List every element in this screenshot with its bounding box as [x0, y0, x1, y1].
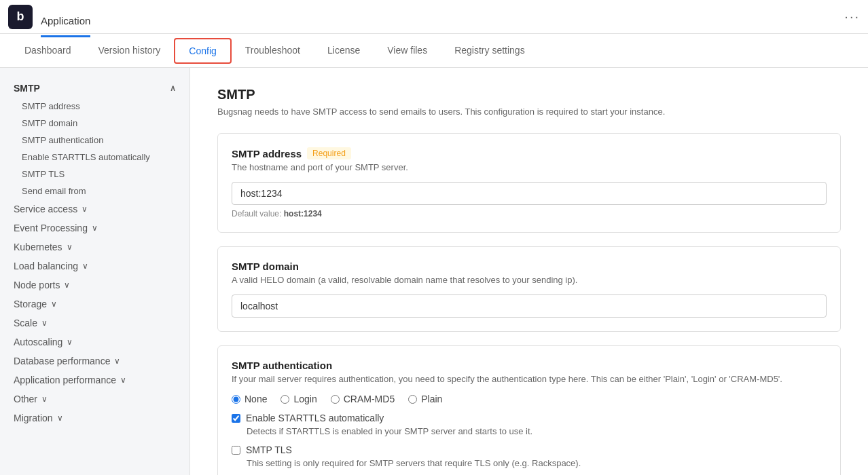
sidebar-section-node-ports[interactable]: Node ports ∨	[0, 276, 189, 294]
sidebar-section-other[interactable]: Other ∨	[0, 390, 189, 408]
smtp-tls-checkbox[interactable]	[232, 446, 240, 455]
smtp-auth-radio-group: None Login CRAM-MD5 Plain	[232, 394, 827, 404]
tab-dashboard[interactable]: Dashboard	[11, 34, 85, 68]
app-title: Application	[41, 6, 90, 37]
sidebar-section-migration[interactable]: Migration ∨	[0, 408, 189, 428]
smtp-address-title: SMTP address Required	[232, 147, 827, 159]
smtp-authentication-desc: If your mail server requires authenticat…	[232, 374, 827, 384]
sidebar: SMTP ∧ SMTP address SMTP domain SMTP aut…	[0, 68, 190, 475]
content-area: SMTP Bugsnag needs to have SMTP access t…	[190, 68, 868, 475]
smtp-items: SMTP address SMTP domain SMTP authentica…	[0, 98, 189, 200]
other-chevron-icon: ∨	[41, 394, 48, 404]
sidebar-section-service-access[interactable]: Service access ∨	[0, 200, 189, 218]
top-bar: b Application ···	[0, 0, 868, 34]
node-ports-chevron-icon: ∨	[64, 280, 70, 290]
tab-version-history[interactable]: Version history	[85, 34, 175, 68]
storage-chevron-icon: ∨	[51, 299, 57, 309]
smtp-tls-option[interactable]: SMTP TLS	[232, 444, 827, 455]
smtp-authentication-title: SMTP authentication	[232, 360, 827, 371]
application-performance-chevron-icon: ∨	[120, 375, 126, 385]
database-performance-chevron-icon: ∨	[114, 356, 120, 366]
radio-cram-md5-input[interactable]	[331, 395, 340, 404]
app-logo: b	[8, 5, 33, 29]
smtp-tls-desc: This setting is only required for SMTP s…	[247, 458, 827, 468]
sidebar-item-send-email-from[interactable]: Send email from	[0, 183, 189, 200]
service-access-chevron-icon: ∨	[82, 204, 88, 214]
section-desc: Bugsnag needs to have SMTP access to sen…	[217, 107, 841, 117]
tab-troubleshoot[interactable]: Troubleshoot	[232, 34, 314, 68]
smtp-address-desc: The hostname and port of your SMTP serve…	[232, 162, 827, 172]
enable-starttls-desc: Detects if STARTTLS is enabled in your S…	[247, 426, 827, 436]
smtp-authentication-card: SMTP authentication If your mail server …	[217, 345, 841, 475]
sidebar-item-smtp-domain[interactable]: SMTP domain	[0, 115, 189, 132]
tab-license[interactable]: License	[314, 34, 374, 68]
sidebar-item-smtp-tls[interactable]: SMTP TLS	[0, 166, 189, 183]
sidebar-section-database-performance[interactable]: Database performance ∨	[0, 352, 189, 370]
sidebar-section-smtp[interactable]: SMTP ∧	[0, 79, 189, 98]
radio-none-input[interactable]	[232, 395, 240, 404]
required-badge: Required	[307, 147, 351, 159]
smtp-tls-group: SMTP TLS This setting is only required f…	[232, 444, 827, 468]
sidebar-section-autoscaling[interactable]: Autoscaling ∨	[0, 332, 189, 352]
tab-view-files[interactable]: View files	[374, 34, 441, 68]
sidebar-section-load-balancing[interactable]: Load balancing ∨	[0, 256, 189, 276]
more-options-button[interactable]: ···	[844, 9, 860, 24]
scale-chevron-icon: ∨	[41, 318, 48, 328]
enable-starttls-option[interactable]: Enable STARTTLS automatically	[232, 413, 827, 423]
sidebar-item-enable-starttls[interactable]: Enable STARTTLS automatically	[0, 149, 189, 166]
main-layout: SMTP ∧ SMTP address SMTP domain SMTP aut…	[0, 68, 868, 475]
sidebar-section-event-processing[interactable]: Event Processing ∨	[0, 218, 189, 238]
radio-plain-input[interactable]	[408, 395, 417, 404]
radio-none[interactable]: None	[232, 394, 267, 404]
smtp-domain-input[interactable]	[232, 294, 827, 318]
smtp-domain-desc: A valid HELO domain (a valid, resolvable…	[232, 275, 827, 285]
tab-registry-settings[interactable]: Registry settings	[441, 34, 538, 68]
radio-cram-md5[interactable]: CRAM-MD5	[331, 394, 395, 404]
smtp-chevron-icon: ∧	[170, 83, 176, 93]
autoscaling-chevron-icon: ∨	[67, 337, 73, 347]
radio-login[interactable]: Login	[281, 394, 317, 404]
radio-plain[interactable]: Plain	[408, 394, 442, 404]
smtp-address-card: SMTP address Required The hostname and p…	[217, 133, 841, 233]
load-balancing-chevron-icon: ∨	[82, 261, 88, 271]
sidebar-section-application-performance[interactable]: Application performance ∨	[0, 370, 189, 390]
smtp-address-input[interactable]	[232, 182, 827, 205]
sidebar-section-storage[interactable]: Storage ∨	[0, 294, 189, 314]
smtp-domain-card: SMTP domain A valid HELO domain (a valid…	[217, 246, 841, 332]
nav-tabs: Dashboard Version history Config Trouble…	[0, 34, 868, 68]
migration-chevron-icon: ∨	[57, 413, 63, 423]
section-title: SMTP	[217, 87, 841, 102]
smtp-domain-title: SMTP domain	[232, 261, 827, 272]
kubernetes-chevron-icon: ∨	[67, 242, 73, 252]
enable-starttls-group: Enable STARTTLS automatically Detects if…	[232, 413, 827, 436]
event-processing-chevron-icon: ∨	[92, 223, 98, 233]
sidebar-section-scale[interactable]: Scale ∨	[0, 314, 189, 332]
sidebar-item-smtp-address[interactable]: SMTP address	[0, 98, 189, 115]
tab-config[interactable]: Config	[174, 38, 231, 64]
radio-login-input[interactable]	[281, 395, 289, 404]
sidebar-section-kubernetes[interactable]: Kubernetes ∨	[0, 238, 189, 256]
smtp-address-default: Default value: host:1234	[232, 209, 827, 218]
enable-starttls-checkbox[interactable]	[232, 414, 240, 423]
sidebar-item-smtp-authentication[interactable]: SMTP authentication	[0, 132, 189, 149]
